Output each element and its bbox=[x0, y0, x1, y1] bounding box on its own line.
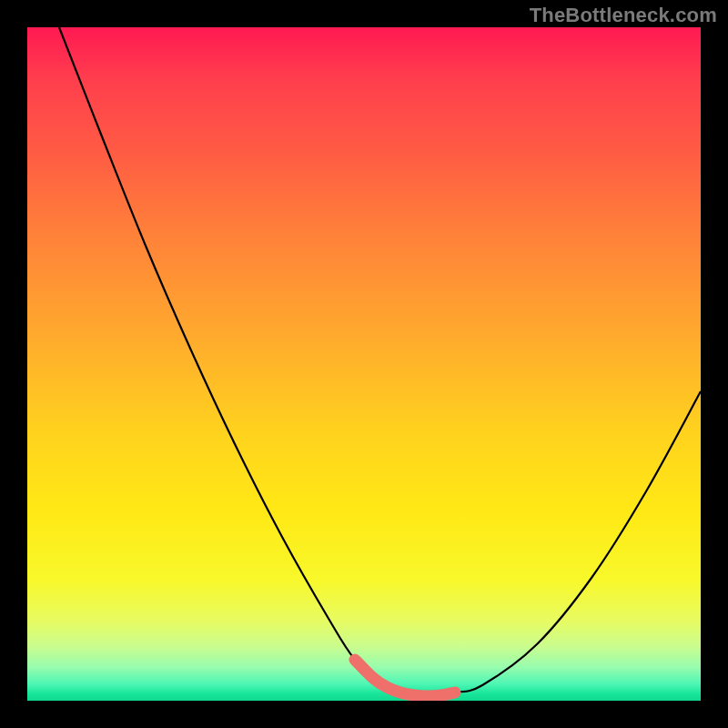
watermark-text: TheBottleneck.com bbox=[530, 4, 717, 27]
curve-svg bbox=[27, 27, 701, 701]
main-curve bbox=[59, 27, 701, 696]
plot-area bbox=[27, 27, 701, 701]
chart-frame: TheBottleneck.com bbox=[0, 0, 728, 728]
highlight-segment bbox=[355, 660, 455, 696]
